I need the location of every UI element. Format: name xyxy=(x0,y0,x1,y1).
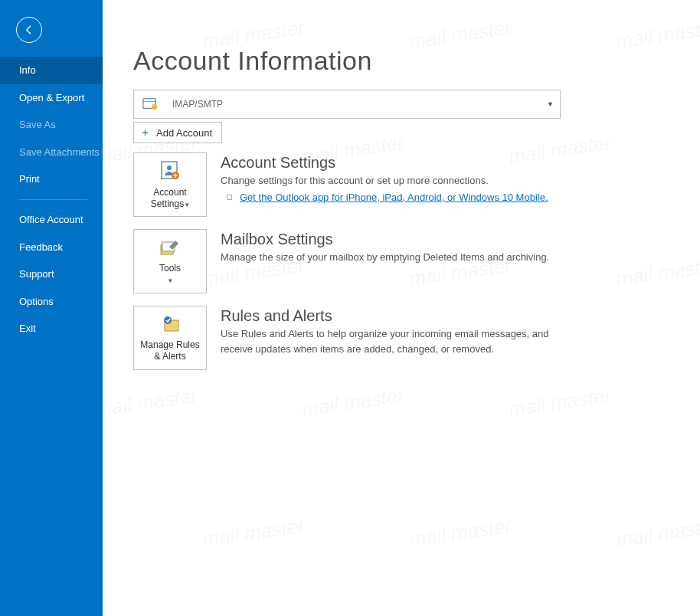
mailbox-settings-desc: Manage the size of your mailbox by empty… xyxy=(221,250,558,265)
svg-point-1 xyxy=(152,104,157,110)
svg-point-8 xyxy=(164,316,172,324)
svg-point-3 xyxy=(167,165,172,170)
back-button[interactable] xyxy=(16,17,42,43)
rules-alerts-icon xyxy=(159,314,182,336)
manage-rules-btn-label: Manage Rules & Alerts xyxy=(137,339,203,362)
add-account-button[interactable]: ＋ Add Account xyxy=(133,122,222,143)
sidebar-item-open-export[interactable]: Open & Export xyxy=(0,84,103,112)
page-title: Account Information xyxy=(133,46,700,76)
mailbox-settings-title: Mailbox Settings xyxy=(221,231,558,248)
account-settings-icon xyxy=(159,160,182,184)
rules-alerts-title: Rules and Alerts xyxy=(221,307,558,325)
sidebar-separator xyxy=(19,199,87,200)
dropdown-caret-icon: ▾ xyxy=(168,277,172,284)
account-settings-btn-label: Account Settings xyxy=(151,187,187,208)
dropdown-caret-icon: ▾ xyxy=(185,201,189,208)
account-selector[interactable]: IMAP/SMTP ▼ xyxy=(133,90,561,119)
sidebar-item-print[interactable]: Print xyxy=(0,165,103,193)
chevron-down-icon: ▼ xyxy=(547,100,554,108)
tools-icon xyxy=(159,238,182,260)
sidebar-menu: Info Open & Export Save As Save Attachme… xyxy=(0,57,103,342)
account-settings-button[interactable]: Account Settings▾ xyxy=(133,152,207,217)
arrow-left-icon xyxy=(23,24,35,36)
add-account-label: Add Account xyxy=(156,127,212,139)
account-settings-title: Account Settings xyxy=(221,154,558,172)
account-settings-desc: Change settings for this account or set … xyxy=(221,173,558,188)
sidebar-item-exit[interactable]: Exit xyxy=(0,315,103,342)
manage-rules-alerts-button[interactable]: Manage Rules & Alerts xyxy=(133,306,207,370)
get-outlook-app-link[interactable]: Get the Outlook app for iPhone, iPad, An… xyxy=(240,192,548,203)
sidebar-item-info[interactable]: Info xyxy=(0,57,103,84)
sidebar-item-office-account[interactable]: Office Account xyxy=(0,206,103,234)
sidebar-item-options[interactable]: Options xyxy=(0,288,103,316)
rules-alerts-desc: Use Rules and Alerts to help organize yo… xyxy=(221,326,558,356)
account-type-label: IMAP/SMTP xyxy=(172,99,223,110)
bullet-icon xyxy=(227,195,232,200)
tools-button[interactable]: Tools▾ xyxy=(133,229,207,293)
plus-icon: ＋ xyxy=(140,126,150,139)
sidebar-item-save-as: Save As xyxy=(0,111,103,139)
sidebar-item-save-attachments: Save Attachments xyxy=(0,139,103,166)
main-content: mail master mail master mail master mail… xyxy=(103,0,700,616)
tools-btn-label: Tools xyxy=(159,263,181,274)
backstage-sidebar: Info Open & Export Save As Save Attachme… xyxy=(0,0,103,616)
mailbox-icon xyxy=(142,96,159,113)
sidebar-item-feedback[interactable]: Feedback xyxy=(0,234,103,261)
sidebar-item-support[interactable]: Support xyxy=(0,260,103,288)
